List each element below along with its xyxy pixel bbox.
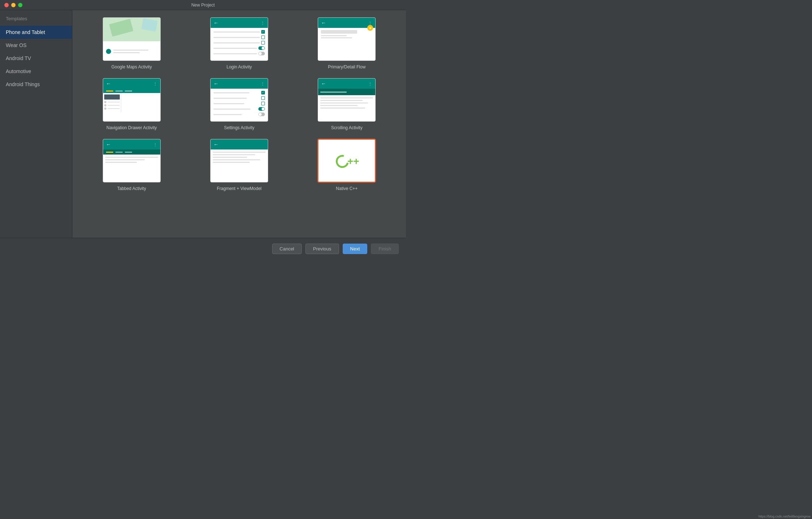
tabbed-preview: ← ⋮ xyxy=(103,139,161,182)
login-preview: ← ⋮ ✓ xyxy=(210,17,268,61)
template-login[interactable]: ← ⋮ ✓ xyxy=(191,17,287,69)
sidebar-item-android-things[interactable]: Android Things xyxy=(0,78,72,91)
primary-detail-preview: ← ⋮ ★ xyxy=(318,17,376,61)
fragment-viewmodel-preview: ← xyxy=(210,139,268,182)
login-toggle-on xyxy=(258,46,265,50)
login-toggle-off xyxy=(258,52,265,55)
template-native-cpp[interactable]: ++ Native C++ xyxy=(299,139,395,191)
main-content: Templates Phone and Tablet Wear OS Andro… xyxy=(0,10,406,238)
native-cpp-label: Native C++ xyxy=(336,186,358,191)
window-controls xyxy=(4,3,22,7)
template-fragment-viewmodel[interactable]: ← Fragment + ViewModel xyxy=(191,139,287,191)
title-bar: New Project xyxy=(0,0,406,10)
login-label: Login Activity xyxy=(227,64,252,69)
settings-back-icon: ← xyxy=(213,81,219,86)
templates-grid-area: Google Maps Activity ← ⋮ ✓ xyxy=(72,10,406,238)
pd-back-icon: ← xyxy=(321,20,326,26)
google-maps-preview xyxy=(103,17,161,61)
settings-preview: ← ⋮ ✓ xyxy=(210,78,268,122)
google-maps-label: Google Maps Activity xyxy=(111,64,152,69)
login-checkbox-checked: ✓ xyxy=(261,30,265,34)
template-google-maps[interactable]: Google Maps Activity xyxy=(83,17,180,69)
nav-drawer-menu-icon: ⋮ xyxy=(153,82,157,86)
login-back-icon: ← xyxy=(213,20,219,26)
pd-menu-icon: ⋮ xyxy=(368,21,372,25)
login-menu-icon: ⋮ xyxy=(261,21,265,25)
maximize-button[interactable] xyxy=(18,3,22,7)
pd-fab: ★ xyxy=(367,25,373,31)
tabbed-label: Tabbed Activity xyxy=(117,186,146,191)
scroll-back-icon: ← xyxy=(321,81,326,86)
templates-grid: Google Maps Activity ← ⋮ ✓ xyxy=(83,17,395,191)
scroll-menu-icon: ⋮ xyxy=(368,82,372,86)
next-button[interactable]: Next xyxy=(343,244,368,254)
minimize-button[interactable] xyxy=(11,3,16,7)
sidebar-heading: Templates xyxy=(0,16,72,26)
sidebar-item-android-tv[interactable]: Android TV xyxy=(0,52,72,65)
tabbed-menu-icon: ⋮ xyxy=(153,143,157,147)
tabbed-back-icon: ← xyxy=(106,142,111,147)
sidebar: Templates Phone and Tablet Wear OS Andro… xyxy=(0,10,72,238)
sidebar-item-wear-os[interactable]: Wear OS xyxy=(0,39,72,52)
settings-menu-icon: ⋮ xyxy=(261,82,265,86)
template-settings[interactable]: ← ⋮ ✓ xyxy=(191,78,287,130)
sidebar-item-phone-tablet[interactable]: Phone and Tablet xyxy=(0,26,72,39)
scrolling-preview: ← ⋮ xyxy=(318,78,376,122)
nav-drawer-label: Navigation Drawer Activity xyxy=(106,125,157,130)
settings-label: Settings Activity xyxy=(224,125,254,130)
fragment-back-icon: ← xyxy=(213,142,219,147)
login-checkbox1 xyxy=(261,35,265,39)
template-primary-detail[interactable]: ← ⋮ ★ Primary/Detail Flow xyxy=(299,17,395,69)
login-checkbox2 xyxy=(261,41,265,45)
nav-drawer-preview: ← ⋮ xyxy=(103,78,161,122)
close-button[interactable] xyxy=(4,3,9,7)
template-nav-drawer[interactable]: ← ⋮ xyxy=(83,78,180,130)
fragment-viewmodel-label: Fragment + ViewModel xyxy=(217,186,262,191)
template-scrolling[interactable]: ← ⋮ Scrolling Activity xyxy=(299,78,395,130)
previous-button[interactable]: Previous xyxy=(305,244,339,254)
bottom-bar: Cancel Previous Next Finish xyxy=(0,238,406,260)
window-title: New Project xyxy=(191,3,215,8)
cancel-button[interactable]: Cancel xyxy=(272,244,302,254)
sidebar-item-automotive[interactable]: Automotive xyxy=(0,65,72,78)
primary-detail-label: Primary/Detail Flow xyxy=(328,64,365,69)
nav-drawer-back-icon: ← xyxy=(106,81,111,86)
template-tabbed[interactable]: ← ⋮ Tabbed Activity xyxy=(83,139,180,191)
finish-button[interactable]: Finish xyxy=(371,244,399,254)
scrolling-label: Scrolling Activity xyxy=(331,125,363,130)
native-cpp-preview: ++ xyxy=(318,139,376,182)
